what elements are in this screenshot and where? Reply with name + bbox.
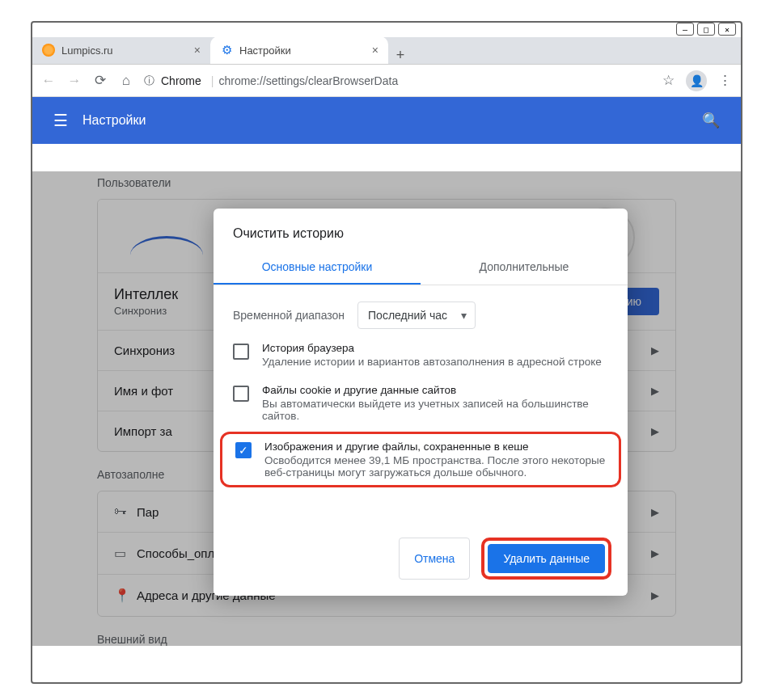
checkbox-history-title: История браузера	[262, 342, 602, 354]
dialog-title: Очистить историю	[214, 209, 628, 246]
checkbox-cookies[interactable]	[233, 386, 249, 402]
browser-toolbar: ← → ⟳ ⌂ ⓘ Chrome | chrome://settings/cle…	[32, 65, 741, 97]
window-close-button[interactable]: ✕	[718, 23, 736, 36]
reload-icon[interactable]: ⟳	[92, 72, 108, 89]
favicon-gear-icon: ⚙	[220, 44, 233, 57]
time-range-select[interactable]: Последний час	[357, 302, 476, 329]
favicon-lumpics-icon	[42, 44, 55, 57]
site-info-icon[interactable]: ⓘ	[144, 74, 154, 88]
checkbox-history[interactable]	[233, 344, 249, 360]
window-maximize-button[interactable]: □	[697, 23, 715, 36]
address-bar[interactable]: ⓘ Chrome | chrome://settings/clearBrowse…	[144, 74, 650, 88]
checkbox-cookies-title: Файлы cookie и другие данные сайтов	[262, 384, 608, 396]
tab-title: Настройки	[239, 44, 291, 57]
confirm-button-highlight: Удалить данные	[481, 538, 611, 580]
dialog-tab-advanced[interactable]: Дополнительные	[421, 251, 628, 285]
search-icon[interactable]: 🔍	[702, 112, 720, 129]
menu-dots-icon[interactable]: ⋮	[717, 72, 733, 89]
bookmark-star-icon[interactable]: ☆	[660, 72, 676, 89]
clear-data-button[interactable]: Удалить данные	[488, 544, 605, 573]
checkbox-history-desc: Удаление истории и вариантов автозаполне…	[262, 356, 602, 368]
checkbox-cookies-desc: Вы автоматически выйдете из учетных запи…	[262, 398, 608, 422]
checkbox-cache[interactable]: ✓	[235, 442, 252, 458]
tab-strip: Lumpics.ru × ⚙ Настройки × +	[32, 37, 741, 65]
tab-close-icon[interactable]: ×	[372, 44, 379, 57]
checkbox-cache-title: Изображения и другие файлы, сохраненные …	[264, 441, 606, 453]
url-scheme-label: Chrome	[161, 74, 201, 87]
tab-settings[interactable]: ⚙ Настройки ×	[210, 36, 388, 64]
tab-title: Lumpics.ru	[61, 44, 113, 57]
time-range-value: Последний час	[368, 309, 447, 322]
url-prefix: chrome://	[218, 74, 265, 87]
checkbox-row-cache-highlighted[interactable]: ✓ Изображения и другие файлы, сохраненны…	[220, 432, 621, 487]
profile-avatar-icon[interactable]: 👤	[686, 70, 707, 91]
home-icon[interactable]: ⌂	[118, 73, 134, 89]
tab-close-icon[interactable]: ×	[194, 44, 201, 57]
nav-back-icon[interactable]: ←	[40, 73, 57, 89]
nav-forward-icon[interactable]: →	[66, 73, 82, 89]
checkbox-row-history[interactable]: История браузера Удаление истории и вари…	[214, 334, 628, 376]
dialog-tab-basic[interactable]: Основные настройки	[214, 251, 421, 285]
settings-title: Настройки	[82, 113, 146, 128]
tab-lumpics[interactable]: Lumpics.ru ×	[32, 36, 210, 64]
window-minimize-button[interactable]: —	[676, 23, 694, 36]
checkbox-cache-desc: Освободится менее 39,1 МБ пространства. …	[264, 454, 606, 479]
hamburger-menu-icon[interactable]: ☰	[53, 111, 68, 130]
settings-app-bar: ☰ Настройки 🔍	[32, 97, 741, 144]
url-path: settings/clearBrowserData	[266, 74, 398, 87]
new-tab-button[interactable]: +	[388, 47, 412, 64]
checkbox-row-cookies[interactable]: Файлы cookie и другие данные сайтов Вы а…	[214, 376, 628, 430]
time-range-label: Временной диапазон	[233, 309, 345, 322]
cancel-button[interactable]: Отмена	[399, 538, 470, 580]
clear-browsing-data-dialog: Очистить историю Основные настройки Допо…	[214, 209, 628, 596]
